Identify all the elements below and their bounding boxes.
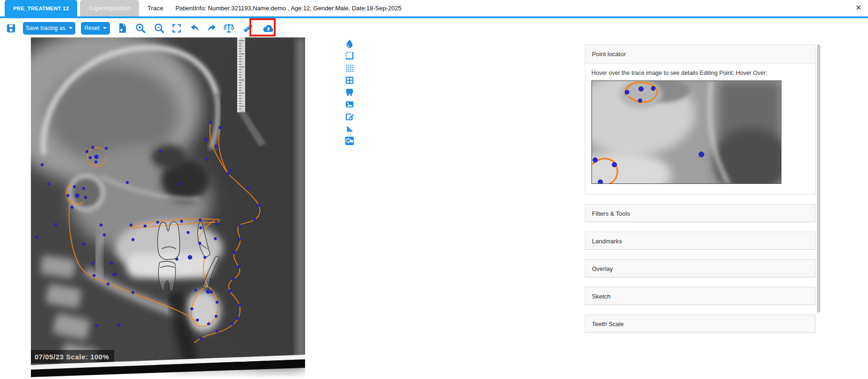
zoom-in-icon[interactable] bbox=[135, 22, 146, 34]
reset-button[interactable]: Reset bbox=[81, 22, 110, 35]
grid-icon[interactable] bbox=[345, 75, 354, 85]
tab-superimposition[interactable]: Superimposition bbox=[80, 0, 139, 16]
zoom-out-icon[interactable] bbox=[153, 22, 165, 34]
vertical-toolbar bbox=[345, 39, 354, 146]
tab-pre-treatment[interactable]: PRE_TREATMENT 12 bbox=[5, 0, 77, 16]
calibrate-balance-icon[interactable] bbox=[223, 22, 234, 34]
scrollbar[interactable] bbox=[817, 44, 820, 313]
section-sketch[interactable]: Sketch bbox=[585, 287, 816, 305]
save-icon[interactable] bbox=[6, 23, 16, 34]
section-header-label[interactable]: Sketch bbox=[585, 287, 815, 306]
xray-footer: 07/05/23 Scale: 100% bbox=[31, 350, 114, 363]
set-square-icon[interactable] bbox=[345, 124, 354, 133]
xray-canvas[interactable]: 07/05/23 Scale: 100% bbox=[31, 37, 305, 377]
reset-label: Reset bbox=[84, 25, 99, 31]
trace-label: Trace bbox=[147, 5, 163, 12]
patient-info: PatientInfo: Number:321193,Name:demo , A… bbox=[175, 5, 401, 12]
caret-down-icon bbox=[103, 27, 107, 29]
tooth-icon[interactable] bbox=[345, 87, 354, 97]
image-icon[interactable] bbox=[345, 100, 354, 109]
close-icon[interactable]: ✕ bbox=[853, 3, 864, 12]
section-header-label[interactable]: Teeth Scale bbox=[585, 315, 815, 333]
section-header-label[interactable]: Landmarks bbox=[585, 232, 815, 250]
point-locator-preview bbox=[591, 80, 781, 184]
section-landmarks[interactable]: Landmarks bbox=[585, 232, 816, 250]
tab-bar: PRE_TREATMENT 12 Superimposition Trace P… bbox=[0, 0, 868, 16]
section-overlay[interactable]: Overlay bbox=[585, 259, 816, 277]
redo-icon[interactable] bbox=[206, 22, 218, 34]
teeth-scale-screen-icon[interactable] bbox=[345, 136, 354, 146]
cloud-upload-icon[interactable] bbox=[262, 22, 275, 34]
xray-photo bbox=[31, 37, 305, 370]
color-drop-icon[interactable] bbox=[345, 39, 354, 48]
toolbar: Save tracing as Reset bbox=[0, 18, 275, 38]
point-locator-panel: Point locator Hover over the trace image… bbox=[585, 44, 816, 195]
save-tracing-as-button[interactable]: Save tracing as bbox=[23, 22, 75, 35]
save-tracing-as-label: Save tracing as bbox=[26, 25, 66, 31]
section-header-label[interactable]: Filters & Tools bbox=[585, 204, 815, 223]
fullscreen-icon[interactable] bbox=[171, 23, 182, 34]
section-header-label[interactable]: Overlay bbox=[585, 260, 815, 278]
dot-grid-icon[interactable] bbox=[345, 63, 354, 73]
point-locator-hint: Hover over the trace image to see detail… bbox=[591, 69, 809, 77]
crop-selection-icon[interactable] bbox=[345, 51, 354, 60]
xray-scale-label: 07/05/23 Scale: 100% bbox=[35, 353, 109, 361]
new-file-icon[interactable] bbox=[117, 22, 127, 34]
caret-down-icon bbox=[69, 27, 73, 29]
section-filters-tools[interactable]: Filters & Tools bbox=[585, 204, 816, 222]
measure-ruler-icon[interactable] bbox=[242, 22, 254, 34]
edit-sketch-icon[interactable] bbox=[345, 112, 354, 121]
section-teeth-scale[interactable]: Teeth Scale bbox=[585, 314, 816, 333]
undo-icon[interactable] bbox=[189, 22, 200, 34]
right-panel: Point locator Hover over the trace image… bbox=[585, 44, 816, 333]
point-locator-body: Hover over the trace image to see detail… bbox=[585, 64, 815, 194]
app-window: PRE_TREATMENT 12 Superimposition Trace P… bbox=[0, 0, 868, 379]
point-locator-header[interactable]: Point locator bbox=[585, 45, 815, 64]
